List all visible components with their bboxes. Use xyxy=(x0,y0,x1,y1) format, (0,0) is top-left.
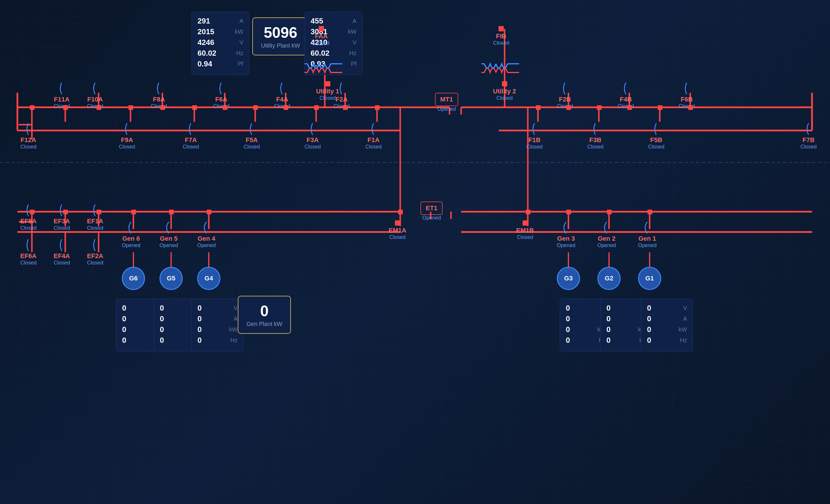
breaker-F1A[interactable]: F1A Closed xyxy=(365,122,382,150)
svg-rect-72 xyxy=(30,105,34,110)
u2-kw-unit: kW xyxy=(348,28,356,35)
gen-plant-kw-label: Gen Plant kW xyxy=(247,321,282,327)
svg-rect-86 xyxy=(597,105,602,110)
breaker-F6B[interactable]: F6B Closed xyxy=(679,81,695,109)
svg-rect-94 xyxy=(169,210,174,214)
breaker-ET1[interactable]: ET1 Opened xyxy=(420,201,443,221)
svg-rect-88 xyxy=(658,105,662,110)
svg-rect-100 xyxy=(647,210,652,214)
plant-kw-label: Utility Plant kW xyxy=(261,42,300,49)
breaker-FAA[interactable]: FAA Closed xyxy=(313,26,329,46)
svg-rect-97 xyxy=(526,210,531,214)
u2-hz-unit: Hz xyxy=(349,50,356,57)
plant-kw-value: 5096 xyxy=(261,24,300,41)
breaker-Gen6[interactable]: Gen 6 Opened xyxy=(122,220,140,249)
utility1-meter: 291 A 2015 kW 4246 V 60.02 Hz 0.94 Pf xyxy=(191,11,249,75)
breaker-EF1A[interactable]: EF1A Closed xyxy=(87,203,103,231)
svg-rect-98 xyxy=(566,210,571,214)
u1-amps-unit: A xyxy=(240,18,243,24)
u2-amps: 455 xyxy=(311,17,323,26)
breaker-EF6A[interactable]: EF6A Closed xyxy=(20,238,36,266)
gen-plant-kw-box: 0 Gen Plant kW xyxy=(238,296,291,334)
breaker-F4A[interactable]: F4A Closed xyxy=(274,81,290,109)
breaker-F6A[interactable]: F6A Closed xyxy=(213,81,229,109)
u1-amps: 291 xyxy=(197,17,210,26)
wiring-svg xyxy=(0,0,830,504)
breaker-F3B[interactable]: F3B Closed xyxy=(587,122,604,150)
u2-pf-unit: Pf xyxy=(351,61,356,67)
gen-circle-G4[interactable]: G4 xyxy=(197,267,220,290)
svg-rect-95 xyxy=(207,210,212,214)
svg-rect-83 xyxy=(375,105,380,110)
breaker-MT1[interactable]: MT1 Opened xyxy=(435,93,458,112)
bus-nodes xyxy=(0,0,830,504)
gen-circle-G3[interactable]: G3 xyxy=(557,267,580,290)
u2-hz: 60.02 xyxy=(311,49,329,58)
svg-rect-77 xyxy=(192,105,197,110)
u1-hz-unit: Hz xyxy=(236,50,243,57)
breaker-EF5A[interactable]: EF5A Closed xyxy=(20,203,36,231)
u1-hz: 60.02 xyxy=(197,49,216,58)
plant-kw-box: 5096 Utility Plant kW xyxy=(252,18,309,55)
breaker-F11A[interactable]: F11A Closed xyxy=(54,81,70,109)
breaker-F5B[interactable]: F5B Closed xyxy=(648,122,664,150)
breaker-F12A[interactable]: F12A Closed xyxy=(20,122,36,150)
gen-meter-G1: 0V 0A 0kW 0Hz xyxy=(641,299,693,351)
u1-pf-unit: Pf xyxy=(238,61,243,67)
breaker-FIB[interactable]: FIB Closed xyxy=(493,26,509,46)
breaker-F9A[interactable]: F9A Closed xyxy=(119,122,135,150)
breaker-utility1[interactable]: Utility 1 Closed xyxy=(316,81,339,101)
transformer-u1 xyxy=(305,58,345,78)
u1-volts: 4246 xyxy=(197,38,214,47)
u1-volts-unit: V xyxy=(240,39,243,46)
breaker-F7B[interactable]: F7B Closed xyxy=(800,122,817,150)
svg-rect-99 xyxy=(607,210,612,214)
u1-kw-unit: kW xyxy=(235,28,243,35)
breaker-F2B[interactable]: F2B Closed xyxy=(557,81,573,109)
svg-rect-81 xyxy=(314,105,319,110)
breaker-F7A[interactable]: F7A Closed xyxy=(183,122,199,150)
breaker-F10A[interactable]: F10A Closed xyxy=(87,81,103,109)
breaker-F5A[interactable]: F5A Closed xyxy=(244,122,260,150)
breaker-EM1B[interactable]: EM1B Closed xyxy=(516,220,534,241)
breaker-Gen4[interactable]: Gen 4 Opened xyxy=(197,220,216,249)
breaker-EF3A[interactable]: EF3A Closed xyxy=(54,203,70,231)
svg-rect-79 xyxy=(253,105,258,110)
diagram-container: 291 A 2015 kW 4246 V 60.02 Hz 0.94 Pf 50… xyxy=(0,0,830,504)
transformer-u2 xyxy=(481,58,522,78)
breaker-Gen3[interactable]: Gen 3 Opened xyxy=(557,220,575,249)
u1-pf: 0.94 xyxy=(197,59,212,68)
breaker-F4B[interactable]: F4B Closed xyxy=(618,81,634,109)
gen-circle-G2[interactable]: G2 xyxy=(598,267,620,290)
gen-circle-G1[interactable]: G1 xyxy=(638,267,661,290)
breaker-F3A[interactable]: F3A Closed xyxy=(305,122,321,150)
svg-rect-96 xyxy=(398,210,403,214)
breaker-utility2[interactable]: Utility 2 Closed xyxy=(493,81,516,101)
breaker-F8A[interactable]: F8A Closed xyxy=(151,81,167,109)
gen-plant-kw-value: 0 xyxy=(247,302,282,320)
breaker-Gen5[interactable]: Gen 5 Opened xyxy=(160,220,178,249)
svg-rect-84 xyxy=(536,105,541,110)
svg-rect-93 xyxy=(131,210,136,214)
gen-meter-G4: 0V 0A 0kW 0Hz xyxy=(191,299,244,351)
breaker-Gen1[interactable]: Gen 1 Opened xyxy=(638,220,657,249)
svg-rect-75 xyxy=(128,105,133,110)
u2-volts-unit: V xyxy=(353,39,356,46)
breaker-EM1A[interactable]: EM1A Closed xyxy=(389,220,406,241)
u1-kw: 2015 xyxy=(197,27,214,36)
u2-amps-unit: A xyxy=(353,18,356,24)
gen-circle-G6[interactable]: G6 xyxy=(122,267,145,290)
gen-circle-G5[interactable]: G5 xyxy=(160,267,183,290)
breaker-EF2A[interactable]: EF2A Closed xyxy=(87,238,103,266)
breaker-Gen2[interactable]: Gen 2 Opened xyxy=(598,220,616,249)
breaker-F1B[interactable]: F1B Closed xyxy=(526,122,543,150)
breaker-EF4A[interactable]: EF4A Closed xyxy=(54,238,70,266)
